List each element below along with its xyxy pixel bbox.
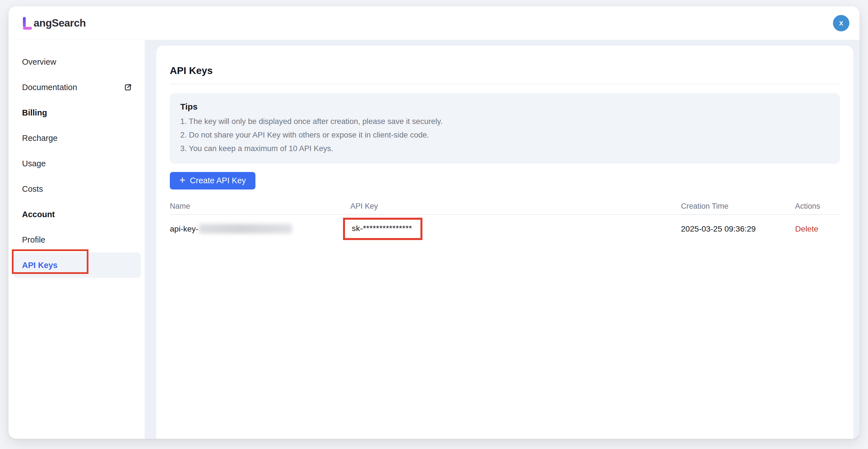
sidebar-item-profile[interactable]: Profile <box>13 227 141 252</box>
brand-l-icon <box>22 17 33 30</box>
plus-icon: + <box>179 175 185 185</box>
page-title: API Keys <box>170 64 840 77</box>
brand-name: angSearch <box>34 17 86 29</box>
annotation-box-api-key: sk-*************** <box>343 218 423 240</box>
tips-item: 3. You can keep a maximum of 10 API Keys… <box>180 142 829 155</box>
sidebar-section-account: Account <box>13 202 141 227</box>
cell-actions: Delete <box>795 224 840 233</box>
sidebar-item-documentation[interactable]: Documentation <box>13 74 141 100</box>
api-key-masked-value: sk-*************** <box>352 224 412 233</box>
create-api-key-button[interactable]: + Create API Key <box>170 172 255 190</box>
sidebar-section-billing: Billing <box>13 100 141 125</box>
delete-link[interactable]: Delete <box>795 224 818 233</box>
sidebar-item-label: API Keys <box>22 261 58 270</box>
column-header-creation-time: Creation Time <box>681 202 795 211</box>
sidebar-item-api-keys[interactable]: API Keys <box>13 252 141 278</box>
column-header-name: Name <box>170 202 350 211</box>
cell-api-key: sk-*************** <box>350 218 681 240</box>
sidebar-item-label: Profile <box>22 235 45 245</box>
sidebar-item-recharge[interactable]: Recharge <box>13 125 141 151</box>
sidebar-item-label: Usage <box>22 159 46 168</box>
redacted-name-blur <box>199 224 292 233</box>
tips-item: 2. Do not share your API Key with others… <box>180 128 829 142</box>
sidebar-section-label: Account <box>22 210 55 219</box>
tips-item: 1. The key will only be displayed once a… <box>180 115 829 128</box>
sidebar-item-label: Documentation <box>22 83 77 92</box>
cell-creation-time: 2025-03-25 09:36:29 <box>681 224 795 233</box>
sidebar-section-label: Billing <box>22 108 47 118</box>
sidebar-item-label: Recharge <box>22 134 58 143</box>
brand-logo: angSearch <box>22 17 86 30</box>
main-content: API Keys Tips 1. The key will only be di… <box>145 40 860 439</box>
column-header-actions: Actions <box>795 202 840 211</box>
table-header-row: Name API Key Creation Time Actions <box>170 198 840 215</box>
sidebar-item-overview[interactable]: Overview <box>13 49 141 74</box>
app-window: angSearch x Overview Documentation <box>8 6 860 439</box>
title-divider <box>170 84 840 85</box>
tips-title: Tips <box>180 100 829 113</box>
sidebar-item-label: Costs <box>22 184 43 194</box>
screen: angSearch x Overview Documentation <box>0 0 868 449</box>
sidebar: Overview Documentation Billing <box>8 40 145 439</box>
external-link-icon <box>123 83 132 92</box>
sidebar-item-costs[interactable]: Costs <box>13 176 141 202</box>
table-row: api-key- sk-*************** 2025-03-25 0… <box>170 215 840 246</box>
create-api-key-label: Create API Key <box>190 176 246 185</box>
api-keys-table: Name API Key Creation Time Actions api-k… <box>170 198 840 246</box>
content-card: API Keys Tips 1. The key will only be di… <box>156 46 853 439</box>
sidebar-item-usage[interactable]: Usage <box>13 151 141 176</box>
sidebar-item-label: Overview <box>22 57 56 67</box>
column-header-api-key: API Key <box>350 202 681 211</box>
top-bar: angSearch x <box>8 6 860 40</box>
user-avatar[interactable]: x <box>833 15 849 31</box>
body-row: Overview Documentation Billing <box>8 40 860 439</box>
tips-panel: Tips 1. The key will only be displayed o… <box>170 93 840 163</box>
cell-name: api-key- <box>170 224 350 233</box>
api-key-name-prefix: api-key- <box>170 224 198 233</box>
tips-list: 1. The key will only be displayed once a… <box>180 115 829 155</box>
